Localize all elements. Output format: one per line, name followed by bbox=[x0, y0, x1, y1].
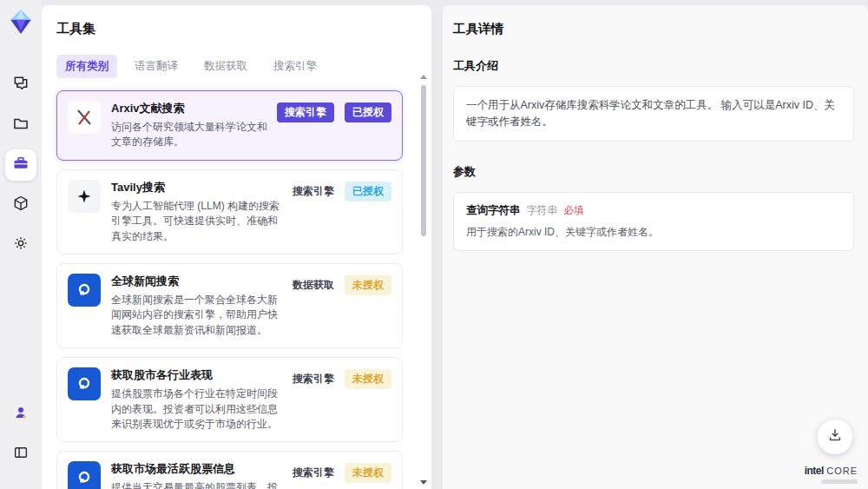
param-type: 字符串 bbox=[527, 203, 558, 218]
gear-icon bbox=[12, 235, 30, 255]
auth-status-badge: 未授权 bbox=[345, 275, 391, 295]
tool-name: Arxiv文献搜索 bbox=[111, 101, 268, 116]
tool-description: 全球新闻搜索是一个聚合全球各大新闻网站内容的搜索引擎，帮助用户快速获取全球最新资… bbox=[111, 293, 284, 338]
tool-details-panel: 工具详情 工具介绍 一个用于从Arxiv存储库搜索科学论文和文章的工具。 输入可… bbox=[443, 5, 868, 489]
category-label: 搜索引擎 bbox=[293, 466, 334, 480]
folder-icon bbox=[12, 115, 30, 135]
tool-description: 提供股票市场各个行业在特定时间段内的表现。投资者可以利用这些信息来识别表现优于或… bbox=[111, 387, 284, 432]
category-badge: 搜索引擎 bbox=[277, 102, 334, 122]
auth-status-badge: 已授权 bbox=[345, 182, 391, 202]
scrollbar[interactable] bbox=[420, 75, 427, 485]
sidebar-item-toolbox-active[interactable] bbox=[5, 149, 36, 181]
tool-intro-text: 一个用于从Arxiv存储库搜索科学论文和文章的工具。 输入可以是Arxiv ID… bbox=[453, 86, 854, 142]
tool-name: Tavily搜索 bbox=[111, 180, 284, 195]
tool-card-arxiv[interactable]: Arxiv文献搜索 访问各个研究领域大量科学论文和文章的存储库。 搜索引擎 已授… bbox=[56, 90, 403, 161]
param-required-badge: 必填 bbox=[564, 204, 584, 217]
download-button[interactable] bbox=[818, 420, 852, 454]
tool-name: 获取股市各行业表现 bbox=[111, 367, 284, 383]
category-tabs: 所有类别 语言翻译 数据获取 搜索引擎 bbox=[56, 55, 415, 78]
tool-description: 访问各个研究领域大量科学论文和文章的存储库。 bbox=[111, 120, 268, 150]
core-wordmark: CORE bbox=[826, 466, 858, 476]
tab-translation[interactable]: 语言翻译 bbox=[126, 55, 187, 78]
tab-all-categories[interactable]: 所有类别 bbox=[56, 55, 117, 78]
param-name: 查询字符串 bbox=[466, 203, 521, 218]
tool-card-active-stocks[interactable]: 获取市场最活跃股票信息 提供当天交易量最高的股票列表，投资者可以利用这些信息来识… bbox=[56, 451, 403, 489]
sidebar-rail bbox=[0, 0, 42, 489]
tab-search-engine[interactable]: 搜索引擎 bbox=[265, 55, 326, 78]
scrollbar-thumb[interactable] bbox=[421, 85, 426, 236]
sidebar-item-files[interactable] bbox=[5, 109, 36, 141]
tools-list-panel: 工具集 所有类别 语言翻译 数据获取 搜索引擎 A bbox=[42, 5, 431, 489]
tab-data-fetch[interactable]: 数据获取 bbox=[195, 55, 256, 78]
tool-description: 提供当天交易量最高的股票列表，投资者可以利用这些信息来识别流动性强的股票和潜在的… bbox=[111, 480, 284, 489]
app-logo-icon[interactable] bbox=[8, 9, 34, 35]
sidebar-item-chat[interactable] bbox=[5, 69, 36, 101]
news-search-icon bbox=[68, 274, 101, 307]
param-description: 用于搜索的Arxiv ID、关键字或作者姓名。 bbox=[466, 225, 841, 240]
stock-search-icon bbox=[68, 367, 101, 400]
tool-name: 获取市场最活跃股票信息 bbox=[111, 461, 284, 477]
scroll-up-arrow[interactable] bbox=[420, 75, 427, 79]
auth-status-badge: 未授权 bbox=[345, 369, 391, 389]
panel-toggle-icon bbox=[13, 445, 29, 464]
details-title: 工具详情 bbox=[453, 21, 854, 37]
tool-card-tavily[interactable]: Tavily搜索 专为人工智能代理 (LLM) 构建的搜索引擎工具。可快速提供实… bbox=[56, 169, 403, 254]
arxiv-logo-icon bbox=[68, 101, 101, 134]
app-window: 工具集 所有类别 语言翻译 数据获取 搜索引擎 A bbox=[0, 0, 868, 489]
user-avatar-icon bbox=[13, 405, 29, 424]
sidebar-item-collapse[interactable] bbox=[5, 439, 36, 470]
download-icon bbox=[826, 426, 844, 447]
scroll-down-arrow[interactable] bbox=[420, 480, 427, 485]
parameter-card: 查询字符串 字符串 必填 用于搜索的Arxiv ID、关键字或作者姓名。 bbox=[453, 192, 854, 251]
auth-status-badge: 未授权 bbox=[345, 463, 391, 483]
tool-card-global-news[interactable]: 全球新闻搜索 全球新闻搜索是一个聚合全球各大新闻网站内容的搜索引擎，帮助用户快速… bbox=[56, 263, 403, 348]
tavily-star-icon bbox=[68, 180, 101, 213]
sidebar-item-packages[interactable] bbox=[5, 189, 36, 221]
category-label: 搜索引擎 bbox=[293, 184, 334, 199]
stock-search-icon bbox=[68, 461, 101, 489]
intro-section-title: 工具介绍 bbox=[453, 58, 854, 74]
tool-name: 全球新闻搜索 bbox=[111, 274, 284, 289]
chat-icon bbox=[12, 75, 30, 96]
category-label: 搜索引擎 bbox=[293, 372, 334, 387]
cube-icon bbox=[12, 195, 30, 215]
tool-card-sector-performance[interactable]: 获取股市各行业表现 提供股票市场各个行业在特定时间段内的表现。投资者可以利用这些… bbox=[56, 357, 403, 442]
intel-sub-badge bbox=[821, 479, 858, 484]
auth-status-badge: 已授权 bbox=[345, 102, 391, 122]
sidebar-item-settings[interactable] bbox=[5, 229, 36, 261]
toolbox-icon bbox=[12, 155, 30, 175]
sidebar-item-user[interactable] bbox=[5, 399, 36, 430]
params-section-title: 参数 bbox=[453, 164, 854, 180]
page-title: 工具集 bbox=[56, 21, 415, 37]
tool-list: Arxiv文献搜索 访问各个研究领域大量科学论文和文章的存储库。 搜索引擎 已授… bbox=[56, 90, 415, 489]
intel-core-logo: intel CORE bbox=[805, 466, 858, 484]
category-label: 数据获取 bbox=[293, 278, 334, 293]
tool-description: 专为人工智能代理 (LLM) 构建的搜索引擎工具。可快速提供实时、准确和真实的结… bbox=[111, 199, 284, 244]
intel-wordmark: intel bbox=[805, 465, 824, 477]
